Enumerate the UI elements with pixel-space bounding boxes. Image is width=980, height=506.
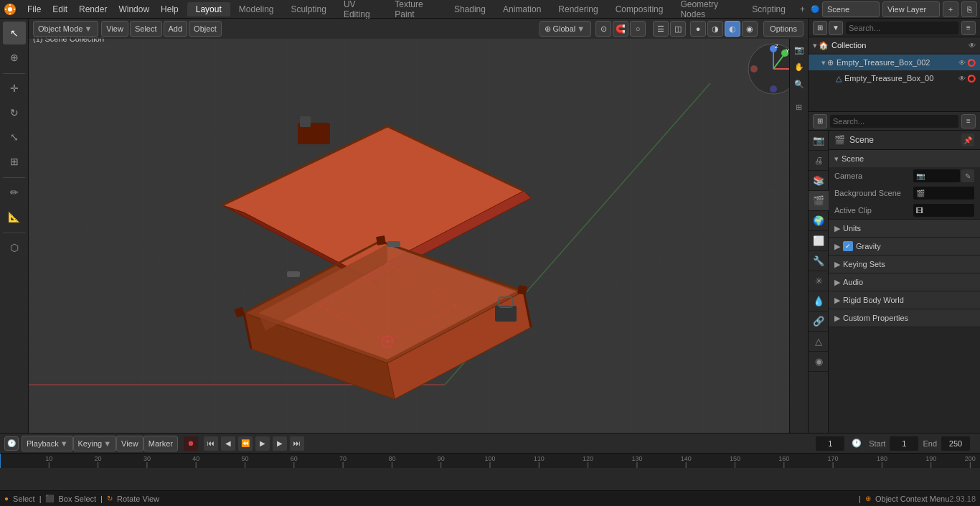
shading-material-btn[interactable]: ◑ [707,21,723,37]
menu-render[interactable]: Render [73,3,113,16]
tool-cursor[interactable]: ⊕ [3,46,26,69]
prop-tab-render[interactable]: 📷 [809,131,829,151]
viewport-3d[interactable]: Object Mode ▼ Layout View Select Add Obj… [29,19,808,433]
tool-annotate[interactable]: ✏ [3,181,26,204]
scene-copy-button[interactable]: ⎘ [961,1,977,17]
camera-edit-btn[interactable]: ✎ [961,169,974,182]
gravity-checkbox[interactable]: ✓ [843,241,853,251]
outliner-filter-btn[interactable]: ≡ [961,21,976,35]
step-forward-btn[interactable]: ▶ [273,436,287,451]
viewport-add-btn[interactable]: Add [164,21,188,37]
rigid-body-world-header[interactable]: ▶ Rigid Body World [829,291,980,309]
menu-window[interactable]: Window [113,3,155,16]
audio-section-header[interactable]: ▶ Audio [829,273,980,291]
timeline-record-btn[interactable]: ⏺ [184,436,198,451]
item-0-visibility[interactable]: 👁 [958,59,966,67]
tool-move[interactable]: ✛ [3,77,26,100]
shading-eevee-btn[interactable]: ◉ [742,21,758,37]
xray-btn[interactable]: ◫ [670,21,686,37]
properties-icon-btn[interactable]: ⊞ [813,114,827,128]
scene-selector[interactable]: Scene [822,1,880,17]
timeline-playback-btn[interactable]: Playback▼ [22,436,73,451]
timeline-keying-btn[interactable]: Keying▼ [73,436,117,451]
tab-compositing[interactable]: Compositing [607,2,672,17]
prop-tab-output[interactable]: 🖨 [809,151,829,171]
units-section-header[interactable]: ▶ Units [829,220,980,237]
tab-animation[interactable]: Animation [494,2,550,17]
tool-transform[interactable]: ⊞ [3,150,26,173]
timeline-track-area[interactable] [0,468,980,490]
item-1-render[interactable]: ⭕ [967,75,976,83]
jump-start-btn[interactable]: ⏮ [204,436,218,451]
add-workspace-button[interactable]: + [794,2,811,17]
play-btn[interactable]: ▶ [255,436,270,451]
tab-modeling[interactable]: Modeling [230,2,283,17]
outliner-item-1[interactable]: ▾ △ Empty_Treasure_Box_00 👁 ⭕ [809,70,980,86]
prop-tab-particles[interactable]: ✳ [809,271,829,291]
tab-sculpting[interactable]: Sculpting [283,2,335,17]
outliner-scene-collection[interactable]: ▾ 🏠 Collection 👁 [809,37,980,53]
camera-value[interactable]: 📷 [913,169,960,182]
scene-pin-btn[interactable]: 📌 [961,133,974,146]
viewport-view-btn[interactable]: View [101,21,128,37]
menu-edit[interactable]: Edit [47,3,73,16]
viewport-select-btn[interactable]: Select [130,21,162,37]
outliner-search-input[interactable] [846,22,958,34]
tab-scripting[interactable]: Scripting [743,2,794,17]
item-1-visibility[interactable]: 👁 [958,75,966,83]
viewport-zoom-icon[interactable]: 🔍 [791,76,807,92]
prop-tab-modifier[interactable]: 🔧 [809,251,829,271]
timeline-view-btn[interactable]: View [116,436,143,451]
viewport-hand-icon[interactable]: ✋ [791,59,807,75]
tab-rendering[interactable]: Rendering [550,2,606,17]
options-button[interactable]: Options [763,21,804,37]
proportional-edit-btn[interactable]: ○ [630,21,646,37]
shading-rendered-btn[interactable]: ◐ [725,21,740,37]
prop-tab-world[interactable]: 🌍 [809,211,829,231]
tool-rotate[interactable]: ↻ [3,101,26,124]
outliner-mode-icon[interactable]: ⊞ [813,21,827,35]
mode-dropdown[interactable]: Object Mode ▼ [33,21,98,37]
menu-help[interactable]: Help [155,3,184,16]
tool-add[interactable]: ⬡ [3,236,26,259]
tab-layout[interactable]: Layout [187,2,230,17]
shading-solid-btn[interactable]: ● [690,21,706,37]
active-clip-value[interactable]: 🎞 [913,204,974,217]
jump-end-btn[interactable]: ⏭ [290,436,304,451]
properties-filter-btn[interactable]: ≡ [961,114,976,128]
prop-tab-view-layer[interactable]: 📚 [809,171,829,191]
scene-section-header[interactable]: ▾ Scene [829,150,980,167]
properties-search-input[interactable] [830,115,958,128]
play-reverse-btn[interactable]: ⏪ [238,436,253,451]
end-frame-field[interactable]: 250 [941,436,970,451]
step-back-btn[interactable]: ◀ [221,436,235,451]
timeline-type-btn[interactable]: 🕐 [4,436,19,451]
gravity-section-header[interactable]: ▶ ✓ Gravity [829,238,980,255]
snapping-btn[interactable]: 🧲 [613,21,628,37]
current-frame-field[interactable]: 1 [816,436,844,451]
item-0-render[interactable]: ⭕ [967,59,976,67]
prop-tab-physics[interactable]: 💧 [809,291,829,311]
menu-file[interactable]: File [22,3,47,16]
prop-tab-data[interactable]: △ [809,332,829,352]
scene-add-button[interactable]: + [943,1,958,17]
collection-visibility[interactable]: 👁 [969,42,976,50]
transform-orientation[interactable]: ⊕Global▼ [540,21,591,37]
overlay-btn[interactable]: ☰ [653,21,669,37]
viewport-camera-icon[interactable]: 📷 [791,42,807,57]
prop-tab-material[interactable]: ◉ [809,352,829,372]
tool-scale[interactable]: ⤡ [3,126,26,149]
view-layer-selector[interactable]: View Layer [882,1,940,17]
start-frame-field[interactable]: 1 [890,436,918,451]
tool-select[interactable]: ↖ [3,22,26,44]
outliner-filter-icon[interactable]: ▼ [829,21,843,35]
prop-tab-object[interactable]: ⬜ [809,231,829,251]
viewport-grid-icon[interactable]: ⊞ [791,99,807,115]
tab-shading[interactable]: Shading [446,2,494,17]
prop-tab-constraints[interactable]: 🔗 [809,311,829,332]
viewport-object-btn[interactable]: Object [189,21,222,37]
background-scene-value[interactable]: 🎬 [913,187,974,200]
viewport-canvas[interactable]: User Perspective (1) Scene Collection [29,19,808,433]
keying-sets-header[interactable]: ▶ Keying Sets [829,256,980,273]
tool-measure[interactable]: 📐 [3,205,26,228]
